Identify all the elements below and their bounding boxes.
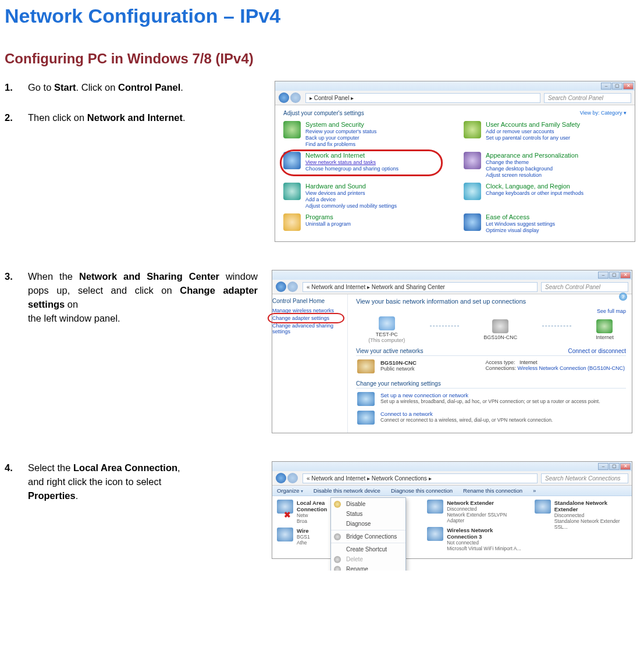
red-highlight-oval <box>268 313 344 323</box>
wireless-connection-3-item[interactable]: Wireless Network Connection 3 Not connec… <box>427 527 521 551</box>
connect-network-link[interactable]: Connect to a network <box>380 411 625 417</box>
bridge-icon <box>334 533 341 540</box>
step-4-text: Select the Local Area Connection, and ri… <box>28 461 258 503</box>
ease-of-access-icon <box>464 213 481 231</box>
users-icon <box>464 121 481 138</box>
step-3-text: When the Network and Sharing Center wind… <box>28 270 258 326</box>
change-networking-heading: Change your networking settings <box>356 380 441 387</box>
category-network-internet[interactable]: Network and Internet View network status… <box>283 152 446 178</box>
nav-back-icon[interactable] <box>276 473 286 483</box>
disable-device-button[interactable]: Disable this network device <box>314 487 380 494</box>
maximize-button[interactable]: ▢ <box>609 272 620 279</box>
menu-disable[interactable]: Disable <box>331 499 405 509</box>
category-appearance[interactable]: Appearance and Personalization Change th… <box>464 152 627 178</box>
pc-icon <box>379 316 395 330</box>
diagnose-connection-button[interactable]: Diagnose this connection <box>391 487 453 494</box>
programs-icon <box>283 213 301 231</box>
shield-icon <box>283 121 301 138</box>
setup-connection-icon <box>357 392 375 406</box>
maximize-button[interactable]: ▢ <box>612 83 622 90</box>
minimize-button[interactable]: – <box>598 272 609 279</box>
search-input[interactable]: Search Network Connections <box>541 473 628 483</box>
category-system-security[interactable]: System and Security Review your computer… <box>283 121 446 147</box>
category-ease-of-access[interactable]: Ease of Access Let Windows suggest setti… <box>464 213 627 233</box>
adapter-icon <box>427 527 443 541</box>
hardware-icon <box>283 183 301 200</box>
active-networks-heading: View your active networks <box>356 348 423 354</box>
appearance-icon <box>464 152 481 169</box>
menu-shortcut[interactable]: Create Shortcut <box>331 544 405 554</box>
search-input[interactable]: Search Control Panel <box>544 93 631 103</box>
breadcrumb[interactable]: ▸ Control Panel ▸ <box>305 93 540 103</box>
router-icon <box>492 319 508 333</box>
wireless-connection-item[interactable]: Wire BGS1 Athe <box>277 528 327 546</box>
menu-delete: Delete <box>331 554 405 564</box>
section-subtitle: Configuring PC in Windows 7/8 (IPv4) <box>5 51 632 67</box>
category-clock-lang-region[interactable]: Clock, Language, and Region Change keybo… <box>464 183 627 209</box>
maximize-button[interactable]: ▢ <box>609 463 620 470</box>
menu-rename[interactable]: Rename <box>331 564 405 571</box>
breadcrumb[interactable]: « Network and Internet ▸ Network Connect… <box>303 473 538 483</box>
node-internet: Internet <box>596 319 614 340</box>
network-sharing-center-window: – ▢ ✕ « Network and Internet ▸ Network a… <box>272 270 632 433</box>
organize-menu[interactable]: Organize <box>277 487 303 494</box>
minimize-button[interactable]: – <box>601 83 611 90</box>
rename-icon <box>334 566 341 571</box>
change-adapter-settings-link[interactable]: Change adapter settings <box>272 315 343 321</box>
disable-icon <box>334 501 341 508</box>
setup-connection-link[interactable]: Set up a new connection or network <box>380 392 625 398</box>
see-full-map-link[interactable]: See full map <box>356 308 626 314</box>
toolbar-overflow[interactable]: » <box>533 487 536 494</box>
nav-fwd-icon[interactable] <box>290 92 301 103</box>
close-button[interactable]: ✕ <box>623 83 634 90</box>
step-number: 2. <box>5 111 16 125</box>
nav-back-icon[interactable] <box>279 92 289 103</box>
rename-connection-button[interactable]: Rename this connection <box>463 487 522 494</box>
nav-back-icon[interactable] <box>276 282 286 292</box>
sc-heading: View your basic network information and … <box>356 298 626 305</box>
close-button[interactable]: ✕ <box>620 463 631 470</box>
network-globe-icon <box>283 152 301 169</box>
control-panel-window: – ▢ ✕ ▸ Control Panel ▸ Search Control P… <box>275 81 635 242</box>
page-title: Network Configuration – IPv4 <box>5 5 632 27</box>
change-advanced-sharing-link[interactable]: Change advanced sharing settings <box>272 323 343 334</box>
standalone-extender-item[interactable]: Standalone Network Extender Disconnected… <box>535 500 627 530</box>
step-2-text: Then click on Network and Internet. <box>28 111 261 125</box>
close-button[interactable]: ✕ <box>620 272 631 279</box>
adapter-icon <box>427 500 443 514</box>
delete-icon <box>334 556 341 563</box>
category-programs[interactable]: Programs Uninstall a program <box>283 213 446 233</box>
category-hardware-sound[interactable]: Hardware and Sound View devices and prin… <box>283 183 446 209</box>
x-indicator-icon: ✖ <box>284 510 291 519</box>
search-input[interactable]: Search Control Panel <box>541 282 628 292</box>
step-number: 1. <box>5 81 16 95</box>
step-number: 4. <box>5 461 16 503</box>
connect-network-icon <box>357 411 375 425</box>
viewby-dropdown[interactable]: View by: Category ▾ <box>580 110 627 116</box>
menu-diagnose[interactable]: Diagnose <box>331 519 405 529</box>
menu-status[interactable]: Status <box>331 509 405 519</box>
category-user-accounts[interactable]: User Accounts and Family Safety Add or r… <box>464 121 627 147</box>
internet-globe-icon <box>596 319 613 333</box>
nav-fwd-icon[interactable] <box>287 473 298 483</box>
network-connections-window: – ▢ ✕ « Network and Internet ▸ Network C… <box>272 461 632 559</box>
connection-link[interactable]: Wireless Network Connection (BGS10N-CNC) <box>517 365 625 371</box>
minimize-button[interactable]: – <box>598 463 609 470</box>
step-number: 3. <box>5 270 16 326</box>
manage-wireless-link[interactable]: Manage wireless networks <box>272 308 343 313</box>
node-this-pc: TEST-PC (This computer) <box>368 316 405 343</box>
control-panel-home-link[interactable]: Control Panel Home <box>272 298 343 304</box>
clock-region-icon <box>464 183 481 200</box>
network-extender-item[interactable]: Network Extender Disconnected Network Ex… <box>427 500 521 523</box>
menu-bridge[interactable]: Bridge Connections <box>331 532 405 541</box>
adapter-icon <box>535 500 551 514</box>
connect-disconnect-link[interactable]: Connect or disconnect <box>568 348 626 354</box>
adjust-heading: Adjust your computer's settings <box>283 110 364 116</box>
breadcrumb[interactable]: « Network and Internet ▸ Network and Sha… <box>303 282 538 292</box>
adapter-icon <box>277 528 293 541</box>
bench-network-icon <box>357 359 375 373</box>
context-menu: Disable Status Diagnose Bridge Connectio… <box>330 497 406 571</box>
nav-fwd-icon[interactable] <box>287 282 298 292</box>
help-icon[interactable]: ? <box>619 293 627 301</box>
node-router: BGS10N-CNC <box>483 319 517 340</box>
